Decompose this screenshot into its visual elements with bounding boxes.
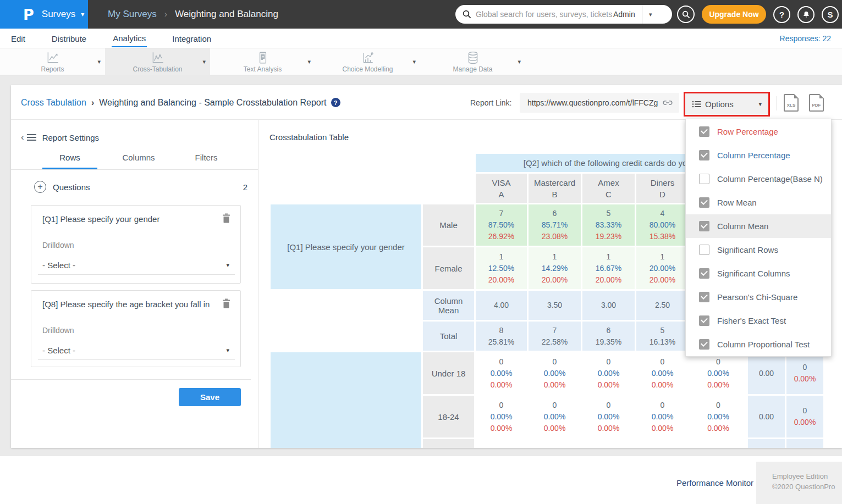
bell-icon [802, 10, 811, 19]
nav-item-edit[interactable]: Edit [10, 30, 26, 47]
cell-value: 0.00% [636, 411, 689, 423]
crosstab-cell: 480.00%15.38% [636, 204, 689, 246]
notifications-button[interactable] [797, 6, 815, 23]
copyright-label: ©2020 QuestionPro [772, 481, 835, 492]
tab-filters[interactable]: Filters [184, 153, 228, 169]
report-url[interactable]: https://www.questionpro.com/t/lFFCZg [527, 98, 662, 107]
drilldown-label: Drilldown [42, 241, 74, 250]
search-input[interactable] [476, 10, 612, 19]
cell-value: 20.00% [582, 274, 635, 286]
drilldown-select[interactable]: - Select - ▾ [38, 256, 235, 275]
cell-value: 1 [636, 251, 689, 263]
checkbox[interactable] [699, 292, 709, 302]
cell-value: 0 [690, 400, 746, 411]
cell-value: 0.00% [636, 379, 689, 391]
question-card-q1: [Q1] Please specify your gender Drilldow… [31, 205, 241, 284]
options-menu-item-row-percentage[interactable]: Row Percentage [686, 120, 831, 143]
tab-rows[interactable]: Rows [42, 153, 97, 169]
crosstab-cell: 3.00 [582, 291, 635, 320]
checkbox[interactable] [699, 315, 709, 326]
save-button[interactable]: Save [179, 388, 241, 406]
chevron-down-icon: ▾ [518, 58, 521, 65]
row-label-cell: Total [423, 322, 474, 351]
checkbox[interactable] [699, 339, 709, 350]
toolbar-item-label: Cross-Tabulation [133, 65, 182, 73]
checkbox[interactable] [699, 245, 709, 255]
top-header-bar: P Surveys ▾ My Surveys › Weighting and B… [0, 0, 842, 29]
chevron-down-icon: ▾ [226, 347, 229, 354]
options-menu-item-column-proportional-test[interactable]: Column Proportional Test [686, 333, 831, 356]
export-pdf-button[interactable]: PDF [809, 94, 824, 112]
add-question-button[interactable]: + [34, 181, 46, 193]
nav-item-integration[interactable]: Integration [171, 30, 212, 47]
toolbar-item-reports[interactable]: Reports ▾ [0, 48, 105, 75]
row-total-cell: 00.00% [786, 352, 823, 394]
options-menu-item-significant-rows[interactable]: Significant Rows [686, 238, 831, 262]
upgrade-now-button[interactable]: Upgrade Now [702, 5, 766, 24]
toolbar-item-cross-tabulation[interactable]: Cross-Tabulation ▾ [105, 48, 210, 75]
tab-columns[interactable]: Columns [114, 153, 163, 169]
question-mark-icon: ? [779, 10, 784, 19]
cell-value: 15.38% [636, 231, 689, 242]
chevron-down-icon: ▾ [412, 58, 416, 65]
checkbox[interactable] [699, 126, 709, 137]
question-title: [Q8] Please specify the age bracket you … [42, 300, 224, 309]
cell-value: 16.67% [582, 263, 635, 274]
checkbox[interactable] [699, 174, 709, 184]
row-label-cell: Column Mean [423, 291, 474, 320]
help-button[interactable]: ? [773, 6, 790, 23]
link-icon[interactable] [662, 97, 674, 109]
cross-tabulation-link[interactable]: Cross Tabulation [21, 98, 86, 108]
report-settings-toggle[interactable]: ‹ Report Settings [21, 132, 99, 143]
toolbar-item-manage-data[interactable]: Manage Data ▾ [420, 48, 525, 75]
options-menu-item-significant-columns[interactable]: Significant Columns [686, 262, 831, 285]
cell-value: 1 [582, 251, 635, 263]
checkbox[interactable] [699, 150, 709, 160]
toolbar-item-choice-modelling[interactable]: Choice Modelling ▾ [315, 48, 420, 75]
export-xls-button[interactable]: XLS [784, 94, 799, 112]
cell-value: 20.00% [529, 274, 581, 286]
nav-item-analytics[interactable]: Analytics [112, 29, 147, 47]
checkbox[interactable] [699, 197, 709, 208]
help-icon[interactable]: ? [331, 98, 340, 107]
options-button[interactable]: Options ▾ [685, 93, 768, 115]
select-value: - Select - [42, 261, 75, 270]
search-submit-button[interactable] [677, 5, 695, 23]
line-chart-icon [46, 51, 60, 65]
performance-monitor-link[interactable]: Performance Monitor [654, 478, 753, 488]
options-menu-item-pearson-s-chi-square[interactable]: Pearson's Chi-Square [686, 285, 831, 309]
options-menu-item-column-mean[interactable]: Column Mean [686, 214, 831, 238]
trash-icon[interactable] [222, 298, 230, 311]
edition-label: Employee Edition [772, 471, 828, 481]
cell-value: 0 [690, 356, 746, 368]
cell-value: 20.00% [636, 274, 689, 286]
crosstab-cell: 00.00%0.00% [636, 396, 689, 437]
product-switcher[interactable]: P Surveys ▾ [0, 0, 88, 29]
checkbox[interactable] [699, 221, 709, 231]
search-scope-dropdown[interactable]: ▾ [642, 11, 659, 18]
cell-value: 14.29% [529, 263, 581, 274]
chevron-down-icon: ▾ [307, 58, 311, 65]
account-avatar[interactable]: S [822, 6, 839, 23]
crosstab-cell: 2.50 [636, 291, 689, 320]
toolbar-item-text-analysis[interactable]: Text Analysis ▾ [210, 48, 315, 75]
breadcrumb-my-surveys[interactable]: My Surveys [108, 9, 157, 20]
options-highlight-border: Options ▾ [684, 92, 770, 117]
options-menu-item-row-mean[interactable]: Row Mean [686, 191, 831, 214]
checkbox[interactable] [699, 268, 709, 279]
crosstab-cell [529, 439, 581, 448]
questionpro-logo: P [23, 6, 34, 23]
trash-icon[interactable] [222, 213, 230, 225]
options-menu-item-column-percentage-base-n-[interactable]: Column Percentage(Base N) [686, 167, 831, 191]
global-search: Admin ▾ [455, 5, 672, 24]
cross-tab-chart-icon [151, 51, 165, 65]
chevron-right-icon: › [91, 98, 94, 108]
options-menu-item-column-percentage[interactable]: Column Percentage [686, 143, 831, 167]
drilldown-select[interactable]: - Select - ▾ [38, 341, 235, 360]
options-menu-item-fisher-s-exact-test[interactable]: Fisher's Exact Test [686, 309, 831, 333]
cell-value: 0 [636, 400, 689, 411]
cell-value: 12.50% [476, 263, 527, 274]
toolbar-item-label: Reports [41, 65, 64, 73]
cell-value: 0.00% [690, 423, 746, 434]
nav-item-distribute[interactable]: Distribute [51, 30, 87, 47]
